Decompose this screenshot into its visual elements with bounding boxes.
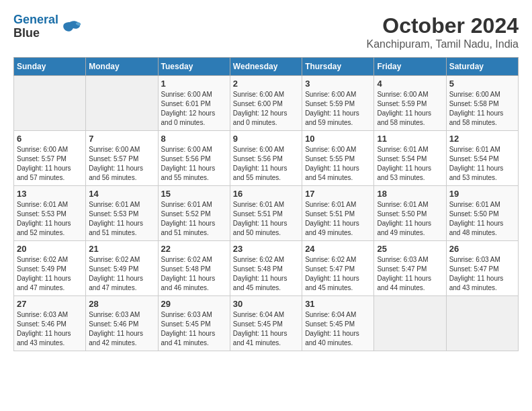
weekday-header-cell: Saturday xyxy=(446,58,518,76)
calendar-cell: 3Sunrise: 6:00 AM Sunset: 5:59 PM Daylig… xyxy=(302,76,374,131)
day-info: Sunrise: 6:03 AM Sunset: 5:46 PM Dayligh… xyxy=(89,310,154,348)
day-info: Sunrise: 6:01 AM Sunset: 5:53 PM Dayligh… xyxy=(17,200,83,238)
weekday-header-cell: Monday xyxy=(86,58,158,76)
calendar-cell: 10Sunrise: 6:00 AM Sunset: 5:55 PM Dayli… xyxy=(302,131,374,186)
day-number: 18 xyxy=(377,189,443,199)
day-info: Sunrise: 6:00 AM Sunset: 5:55 PM Dayligh… xyxy=(305,145,371,183)
day-info: Sunrise: 6:00 AM Sunset: 5:59 PM Dayligh… xyxy=(305,90,371,128)
day-info: Sunrise: 6:03 AM Sunset: 5:47 PM Dayligh… xyxy=(449,255,515,293)
calendar-week-row: 13Sunrise: 6:01 AM Sunset: 5:53 PM Dayli… xyxy=(14,186,519,241)
day-number: 4 xyxy=(377,79,443,89)
calendar-cell: 14Sunrise: 6:01 AM Sunset: 5:53 PM Dayli… xyxy=(86,186,158,241)
calendar-cell: 1Sunrise: 6:00 AM Sunset: 6:01 PM Daylig… xyxy=(158,76,230,131)
day-number: 8 xyxy=(161,134,227,144)
day-number: 29 xyxy=(161,299,227,309)
calendar-cell xyxy=(86,76,158,131)
calendar-cell: 12Sunrise: 6:01 AM Sunset: 5:54 PM Dayli… xyxy=(446,131,518,186)
calendar-cell: 11Sunrise: 6:01 AM Sunset: 5:54 PM Dayli… xyxy=(374,131,446,186)
day-number: 11 xyxy=(377,134,443,144)
day-number: 27 xyxy=(17,299,83,309)
calendar-cell: 23Sunrise: 6:02 AM Sunset: 5:48 PM Dayli… xyxy=(230,241,302,296)
calendar-cell: 24Sunrise: 6:02 AM Sunset: 5:47 PM Dayli… xyxy=(302,241,374,296)
weekday-header-cell: Sunday xyxy=(14,58,86,76)
calendar-cell: 25Sunrise: 6:03 AM Sunset: 5:47 PM Dayli… xyxy=(374,241,446,296)
day-number: 17 xyxy=(305,189,371,199)
day-number: 26 xyxy=(449,244,515,254)
day-info: Sunrise: 6:01 AM Sunset: 5:50 PM Dayligh… xyxy=(377,200,443,238)
day-info: Sunrise: 6:03 AM Sunset: 5:45 PM Dayligh… xyxy=(161,310,227,348)
month-title: October 2024 xyxy=(367,13,519,38)
day-info: Sunrise: 6:00 AM Sunset: 5:59 PM Dayligh… xyxy=(377,90,443,128)
day-info: Sunrise: 6:00 AM Sunset: 5:56 PM Dayligh… xyxy=(233,145,299,183)
day-info: Sunrise: 6:01 AM Sunset: 5:53 PM Dayligh… xyxy=(89,200,154,238)
day-info: Sunrise: 6:01 AM Sunset: 5:52 PM Dayligh… xyxy=(161,200,227,238)
calendar-cell: 16Sunrise: 6:01 AM Sunset: 5:51 PM Dayli… xyxy=(230,186,302,241)
logo-text: GeneralBlue xyxy=(13,13,58,40)
calendar-cell: 21Sunrise: 6:02 AM Sunset: 5:49 PM Dayli… xyxy=(86,241,158,296)
calendar-cell: 6Sunrise: 6:00 AM Sunset: 5:57 PM Daylig… xyxy=(14,131,86,186)
logo-bird-icon xyxy=(61,19,81,35)
day-number: 13 xyxy=(17,189,83,199)
day-number: 21 xyxy=(89,244,154,254)
day-info: Sunrise: 6:01 AM Sunset: 5:51 PM Dayligh… xyxy=(233,200,299,238)
weekday-header-cell: Friday xyxy=(374,58,446,76)
calendar-week-row: 1Sunrise: 6:00 AM Sunset: 6:01 PM Daylig… xyxy=(14,76,519,131)
day-info: Sunrise: 6:01 AM Sunset: 5:54 PM Dayligh… xyxy=(449,145,515,183)
day-info: Sunrise: 6:00 AM Sunset: 5:58 PM Dayligh… xyxy=(449,90,515,128)
calendar-week-row: 27Sunrise: 6:03 AM Sunset: 5:46 PM Dayli… xyxy=(14,296,519,351)
calendar-cell: 8Sunrise: 6:00 AM Sunset: 5:56 PM Daylig… xyxy=(158,131,230,186)
day-number: 7 xyxy=(89,134,154,144)
day-info: Sunrise: 6:00 AM Sunset: 5:57 PM Dayligh… xyxy=(17,145,83,183)
day-number: 5 xyxy=(449,79,515,89)
day-number: 28 xyxy=(89,299,154,309)
calendar-cell: 9Sunrise: 6:00 AM Sunset: 5:56 PM Daylig… xyxy=(230,131,302,186)
day-number: 6 xyxy=(17,134,83,144)
day-number: 20 xyxy=(17,244,83,254)
calendar-cell: 4Sunrise: 6:00 AM Sunset: 5:59 PM Daylig… xyxy=(374,76,446,131)
page-header: GeneralBlue October 2024 Kanchipuram, Ta… xyxy=(13,13,519,50)
calendar-table: SundayMondayTuesdayWednesdayThursdayFrid… xyxy=(13,57,519,351)
day-info: Sunrise: 6:03 AM Sunset: 5:47 PM Dayligh… xyxy=(377,255,443,293)
day-info: Sunrise: 6:01 AM Sunset: 5:51 PM Dayligh… xyxy=(305,200,371,238)
calendar-cell: 7Sunrise: 6:00 AM Sunset: 5:57 PM Daylig… xyxy=(86,131,158,186)
calendar-week-row: 20Sunrise: 6:02 AM Sunset: 5:49 PM Dayli… xyxy=(14,241,519,296)
calendar-cell: 22Sunrise: 6:02 AM Sunset: 5:48 PM Dayli… xyxy=(158,241,230,296)
calendar-cell: 13Sunrise: 6:01 AM Sunset: 5:53 PM Dayli… xyxy=(14,186,86,241)
weekday-header-cell: Tuesday xyxy=(158,58,230,76)
calendar-cell xyxy=(374,296,446,351)
day-number: 22 xyxy=(161,244,227,254)
day-info: Sunrise: 6:03 AM Sunset: 5:46 PM Dayligh… xyxy=(17,310,83,348)
calendar-week-row: 6Sunrise: 6:00 AM Sunset: 5:57 PM Daylig… xyxy=(14,131,519,186)
day-number: 23 xyxy=(233,244,299,254)
calendar-cell: 27Sunrise: 6:03 AM Sunset: 5:46 PM Dayli… xyxy=(14,296,86,351)
day-info: Sunrise: 6:00 AM Sunset: 5:57 PM Dayligh… xyxy=(89,145,154,183)
calendar-cell: 2Sunrise: 6:00 AM Sunset: 6:00 PM Daylig… xyxy=(230,76,302,131)
day-number: 3 xyxy=(305,79,371,89)
day-info: Sunrise: 6:04 AM Sunset: 5:45 PM Dayligh… xyxy=(305,310,371,348)
day-number: 12 xyxy=(449,134,515,144)
day-info: Sunrise: 6:00 AM Sunset: 5:56 PM Dayligh… xyxy=(161,145,227,183)
day-info: Sunrise: 6:02 AM Sunset: 5:49 PM Dayligh… xyxy=(17,255,83,293)
day-number: 9 xyxy=(233,134,299,144)
day-info: Sunrise: 6:02 AM Sunset: 5:49 PM Dayligh… xyxy=(89,255,154,293)
day-info: Sunrise: 6:02 AM Sunset: 5:48 PM Dayligh… xyxy=(161,255,227,293)
location: Kanchipuram, Tamil Nadu, India xyxy=(367,38,519,50)
weekday-header-row: SundayMondayTuesdayWednesdayThursdayFrid… xyxy=(14,58,519,76)
day-info: Sunrise: 6:04 AM Sunset: 5:45 PM Dayligh… xyxy=(233,310,299,348)
day-number: 24 xyxy=(305,244,371,254)
calendar-cell xyxy=(14,76,86,131)
calendar-cell: 18Sunrise: 6:01 AM Sunset: 5:50 PM Dayli… xyxy=(374,186,446,241)
weekday-header-cell: Wednesday xyxy=(230,58,302,76)
day-info: Sunrise: 6:01 AM Sunset: 5:54 PM Dayligh… xyxy=(377,145,443,183)
weekday-header-cell: Thursday xyxy=(302,58,374,76)
calendar-cell: 29Sunrise: 6:03 AM Sunset: 5:45 PM Dayli… xyxy=(158,296,230,351)
calendar-body: 1Sunrise: 6:00 AM Sunset: 6:01 PM Daylig… xyxy=(14,76,519,351)
day-number: 15 xyxy=(161,189,227,199)
day-number: 2 xyxy=(233,79,299,89)
calendar-cell: 28Sunrise: 6:03 AM Sunset: 5:46 PM Dayli… xyxy=(86,296,158,351)
day-info: Sunrise: 6:00 AM Sunset: 6:01 PM Dayligh… xyxy=(161,90,227,128)
day-info: Sunrise: 6:01 AM Sunset: 5:50 PM Dayligh… xyxy=(449,200,515,238)
title-block: October 2024 Kanchipuram, Tamil Nadu, In… xyxy=(367,13,519,50)
day-number: 19 xyxy=(449,189,515,199)
calendar-cell: 17Sunrise: 6:01 AM Sunset: 5:51 PM Dayli… xyxy=(302,186,374,241)
